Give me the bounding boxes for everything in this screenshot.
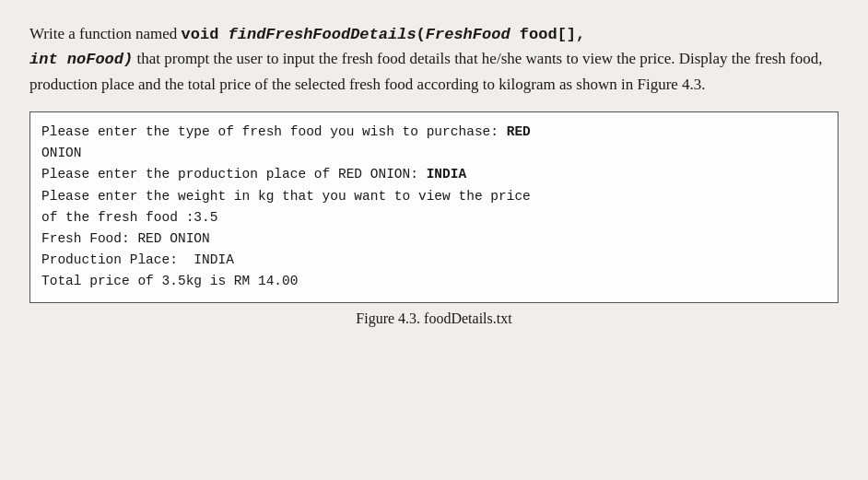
terminal-line-3: Please enter the production place of RED… (41, 164, 827, 185)
terminal-line-2: ONION (41, 143, 827, 164)
figure-caption: Figure 4.3. foodDetails.txt (29, 310, 839, 327)
terminal-output: Please enter the type of fresh food you … (29, 111, 839, 303)
terminal-highlight-3: INDIA (427, 167, 467, 181)
terminal-line-7: Production Place: INDIA (41, 250, 827, 271)
description-suffix: that prompt the user to input the fresh … (29, 50, 823, 92)
code-params: int noFood) (29, 51, 133, 68)
terminal-line-8: Total price of 3.5kg is RM 14.00 (41, 271, 827, 292)
terminal-line-6: Fresh Food: RED ONION (41, 228, 827, 250)
terminal-highlight-1: RED (507, 124, 531, 139)
terminal-line-5: of the fresh food :3.5 (41, 207, 827, 228)
code-function: void findFreshFoodDetails(FreshFood food… (182, 26, 586, 43)
description-paragraph: Write a function named void findFreshFoo… (29, 22, 839, 97)
terminal-line-4: Please enter the weight in kg that you w… (41, 186, 827, 207)
terminal-line-1: Please enter the type of fresh food you … (41, 122, 827, 143)
page-container: Write a function named void findFreshFoo… (29, 22, 839, 327)
description-prefix: Write a function named (29, 25, 177, 42)
